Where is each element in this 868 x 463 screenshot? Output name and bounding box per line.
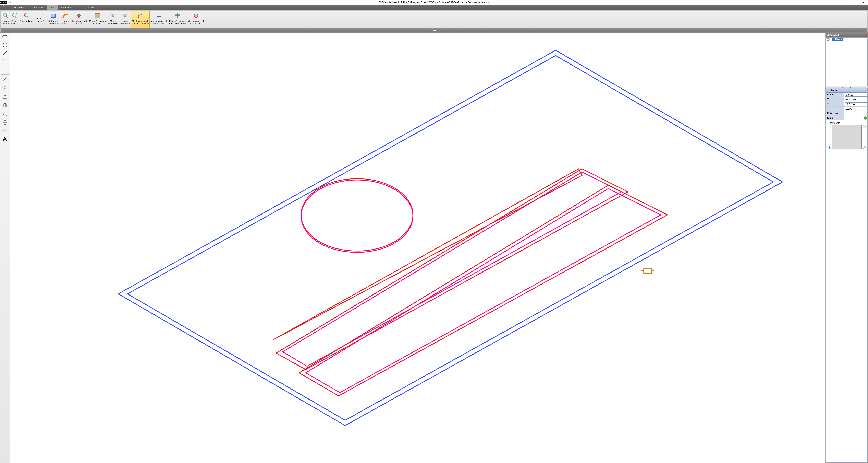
svg-line-29 (3, 78, 6, 80)
ribbon-btn-zoom-center[interactable]: Zoomcentra (1, 11, 10, 28)
svg-rect-59 (644, 268, 652, 273)
menu-tab-vista[interactable]: Vista (47, 5, 58, 10)
rounded-rect-icon (2, 34, 8, 41)
svg-rect-11 (95, 14, 100, 18)
ribbon-btn-zoom-in[interactable]: +Zoomavanti (10, 11, 19, 28)
svg-line-6 (27, 16, 28, 18)
tool-wand[interactable] (1, 76, 9, 83)
tool-text[interactable]: A (1, 135, 9, 143)
prop-input-x[interactable] (845, 98, 867, 102)
ribbon-btn-toptrace[interactable]: Mostra/nasconditraccia superiore (168, 11, 187, 28)
toolpath-icon (137, 12, 143, 19)
tree-node-utente[interactable]: + ⚙ 1) Utente (827, 38, 867, 41)
prop-input-nome[interactable] (845, 93, 867, 97)
ribbon-btn-image[interactable]: Mostra/nascondiimmagine (88, 11, 107, 28)
menu-tab-lavorazione[interactable]: Lavorazione (28, 5, 47, 10)
svg-point-52 (301, 179, 413, 251)
svg-line-28 (3, 51, 7, 55)
tool-arc-c[interactable] (1, 58, 9, 65)
ribbon-group-vista: Zoomcentra+Zoomavanti−Zoom indietroVista… (1, 11, 867, 32)
minimize-button[interactable]: — (840, 0, 849, 5)
arch-icon (2, 102, 8, 109)
tool-line[interactable] (1, 50, 9, 57)
ribbon-btn-shift[interactable]: Spostaelemento (119, 11, 130, 28)
close-button[interactable]: ✕ (859, 0, 868, 5)
tree-expander-icon[interactable]: + (827, 38, 829, 41)
prop-input-rotazione[interactable] (845, 112, 867, 115)
svg-text:+: + (16, 12, 17, 15)
svg-line-1 (6, 16, 7, 18)
maximize-button[interactable]: ▢ (849, 0, 859, 5)
tool-angel[interactable] (1, 127, 9, 135)
tool-rounded-rect[interactable] (1, 33, 9, 41)
chevron-down-icon: ▼ (42, 20, 44, 22)
tool-shell[interactable] (1, 111, 9, 119)
svg-point-13 (112, 15, 113, 16)
prop-key-stato: Stato (826, 116, 844, 120)
svg-marker-55 (283, 172, 621, 366)
sunburst-icon (2, 119, 8, 126)
spiral1-icon (2, 85, 8, 92)
disctrace-icon (156, 12, 162, 19)
ribbon-btn-label: Zoomcentra (3, 20, 9, 25)
svg-point-32 (4, 77, 4, 77)
ref-radio-top-right[interactable] (863, 125, 866, 128)
ribbon-btn-origin[interactable]: Mostra/nascondiorigine (70, 11, 88, 28)
pin-icon[interactable]: 📌 (864, 34, 867, 36)
ribbon-dropdown-quote[interactable]: Quote ▼ (34, 20, 46, 22)
zoom-out-icon: − (23, 12, 30, 19)
toolbox-separator (1, 110, 9, 110)
svg-point-35 (4, 89, 6, 90)
tool-corner[interactable] (1, 66, 9, 74)
ribbon-separator (46, 12, 46, 27)
ribbon-btn-move[interactable]: Muovilavorazioni (107, 11, 120, 28)
ribbon-btn-disctrace[interactable]: Mostra/nasconditraccia disco (150, 11, 168, 28)
ref-radio-bottom-left[interactable] (828, 146, 831, 149)
prop-input-y[interactable] (845, 103, 867, 106)
right-panel: Lavorazioni 📌 + ⚙ 1) Utente ▾ ········ ▾… (825, 33, 868, 463)
ribbon-btn-intersect[interactable]: Mostra/nascondiintersezioni (187, 11, 205, 28)
app-menu-button[interactable]: FSTCam (0, 0, 7, 6)
spiral2-icon (2, 94, 8, 100)
menu-tab-crea[interactable]: Crea (74, 5, 85, 10)
tool-spiral1[interactable] (1, 85, 9, 93)
prop-input-z[interactable] (845, 107, 867, 111)
svg-point-31 (3, 78, 3, 78)
intersect-icon (193, 12, 199, 19)
panel-splitter[interactable]: ▾ ········ ▾ (826, 87, 868, 88)
tool-circle[interactable] (1, 41, 9, 49)
menu-tab-strumenti[interactable]: Strumenti (58, 5, 74, 10)
riferimento-label: Riferimento (828, 121, 866, 125)
menu-tab-documento[interactable]: Documento (10, 5, 28, 10)
tool-spiral2[interactable] (1, 93, 9, 101)
svg-point-53 (301, 180, 413, 252)
svg-point-34 (3, 88, 7, 89)
property-grid: 1) Utente NomeXYZRotazione Stato ✓ Rifer… (826, 88, 868, 463)
shift-icon (122, 12, 128, 19)
ribbon-btn-toolpath[interactable]: Mostra/nascondipercorso utensile (130, 11, 150, 28)
window-title: FSTCAM.Marble 4.12.70 - C:\Program Files… (379, 1, 489, 4)
tool-arch[interactable] (1, 102, 9, 109)
ref-radio-bottom-right[interactable] (863, 146, 866, 149)
svg-text:A: A (3, 136, 7, 142)
svg-line-3 (14, 16, 16, 18)
svg-point-12 (111, 14, 115, 17)
ribbon-btn-label: Zoom indietro (20, 20, 33, 22)
tool-sunburst[interactable] (1, 119, 9, 127)
redo-button[interactable]: ↷ (14, 1, 18, 4)
ribbon-dropdown-vista[interactable]: Vista ▼ (34, 17, 46, 20)
quick-access-toolbar: ↶ ↷ (9, 1, 18, 4)
drawing-canvas[interactable] (10, 33, 825, 463)
ref-radio-top-left[interactable] (828, 125, 831, 128)
ribbon-btn-redraw[interactable]: Ridisegnadocumento (47, 11, 60, 28)
panel-header-lavorazioni[interactable]: Lavorazioni 📌 (826, 33, 868, 37)
property-title: 1) Utente (826, 88, 867, 93)
lavorazioni-tree[interactable]: + ⚙ 1) Utente (826, 37, 868, 86)
prop-key: Y (826, 102, 844, 107)
undo-button[interactable]: ↶ (9, 1, 12, 4)
move-icon (110, 12, 116, 19)
ribbon-btn-regen[interactable]: Rigenera tutto (60, 11, 70, 28)
svg-marker-54 (276, 169, 628, 370)
ribbon-btn-zoom-out[interactable]: −Zoom indietro (19, 11, 34, 28)
menu-tab-aiuto[interactable]: Aiuto (85, 5, 96, 10)
